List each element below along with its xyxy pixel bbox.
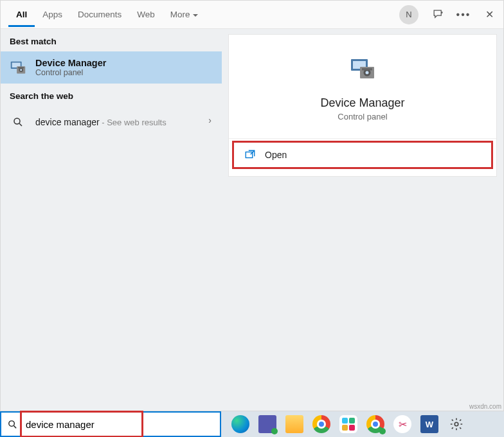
- open-action[interactable]: Open: [234, 143, 491, 167]
- watermark: wsxdn.com: [469, 403, 501, 410]
- svg-line-7: [19, 123, 22, 126]
- tab-more[interactable]: More: [163, 3, 206, 27]
- svg-line-16: [14, 425, 16, 428]
- result-title: Device Manager: [35, 58, 106, 68]
- best-match-header: Best match: [1, 29, 222, 51]
- tab-all[interactable]: All: [8, 3, 35, 27]
- results-list: Best match Device Manager Control panel …: [1, 29, 222, 411]
- file-explorer-icon[interactable]: [285, 415, 303, 433]
- web-result[interactable]: device manager - See web results ›: [1, 106, 222, 138]
- svg-point-4: [20, 69, 22, 71]
- tab-documents[interactable]: Documents: [70, 3, 129, 27]
- settings-icon[interactable]: [447, 415, 465, 433]
- header-actions: N ••• ✕: [399, 5, 496, 24]
- taskbar-search[interactable]: [0, 411, 221, 437]
- result-subtitle: Control panel: [35, 68, 106, 77]
- web-hint-text: - See web results: [100, 118, 166, 127]
- search-window: All Apps Documents Web More N ••• ✕ Best…: [0, 0, 504, 411]
- user-avatar[interactable]: N: [399, 5, 419, 24]
- word-icon[interactable]: W: [420, 415, 438, 433]
- device-manager-icon: [8, 58, 28, 77]
- more-options-icon[interactable]: •••: [457, 8, 470, 21]
- chrome-icon[interactable]: [312, 415, 330, 433]
- results-body: Best match Device Manager Control panel …: [1, 29, 503, 411]
- taskbar-icons: ✂ W: [231, 415, 465, 433]
- chevron-right-icon: ›: [208, 115, 212, 125]
- svg-point-15: [8, 420, 14, 426]
- result-device-manager[interactable]: Device Manager Control panel: [1, 51, 222, 84]
- svg-point-17: [455, 422, 458, 426]
- detail-subtitle: Control panel: [229, 112, 496, 139]
- slack-icon[interactable]: [339, 415, 357, 433]
- teams-icon[interactable]: [258, 415, 276, 433]
- detail-title: Device Manager: [229, 96, 496, 110]
- detail-card: Device Manager Control panel Open: [228, 34, 497, 177]
- search-web-header: Search the web: [1, 84, 222, 106]
- taskbar: ✂ W: [0, 411, 504, 437]
- open-label: Open: [265, 150, 287, 160]
- feedback-icon[interactable]: [431, 8, 444, 21]
- tab-apps[interactable]: Apps: [35, 3, 70, 27]
- svg-point-6: [14, 118, 20, 124]
- edge-icon[interactable]: [231, 415, 249, 433]
- chrome-canary-icon[interactable]: [366, 415, 384, 433]
- web-query-text: device manager: [35, 117, 100, 127]
- search-input[interactable]: [23, 413, 220, 436]
- header: All Apps Documents Web More N ••• ✕: [1, 1, 503, 29]
- svg-rect-14: [246, 152, 253, 158]
- svg-point-12: [366, 71, 369, 75]
- tab-web[interactable]: Web: [129, 3, 163, 27]
- filter-tabs: All Apps Documents Web More: [8, 3, 206, 27]
- open-icon: [244, 149, 256, 161]
- svg-rect-13: [362, 68, 372, 71]
- detail-device-manager-icon: [347, 54, 378, 85]
- snip-icon[interactable]: ✂: [393, 415, 411, 433]
- svg-rect-5: [18, 67, 24, 68]
- web-result-text: device manager - See web results: [35, 116, 166, 128]
- search-icon: [8, 112, 28, 132]
- detail-pane: Device Manager Control panel Open: [222, 29, 503, 411]
- search-icon: [1, 419, 23, 430]
- close-button[interactable]: ✕: [483, 8, 496, 21]
- result-text: Device Manager Control panel: [35, 58, 106, 77]
